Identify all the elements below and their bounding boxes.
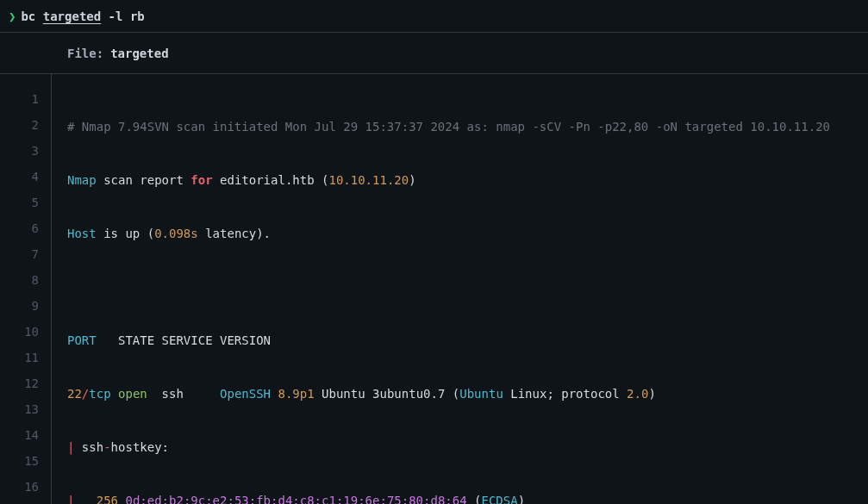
file-header: File: targeted (0, 33, 868, 74)
code-line (67, 274, 868, 300)
line-number: 6 (0, 215, 51, 241)
code-line: 22/tcp open ssh OpenSSH 8.9p1 Ubuntu 3ub… (67, 381, 868, 407)
code-line: | 256 0d:ed:b2:9c:e2:53:fb:d4:c8:c1:19:6… (67, 488, 868, 504)
command-bar[interactable]: ❯ bc targeted -l rb (0, 0, 868, 33)
line-number: 13 (0, 396, 51, 422)
line-number: 16 (0, 474, 51, 500)
line-number: 4 (0, 164, 51, 190)
line-number: 5 (0, 190, 51, 215)
file-name: targeted (110, 47, 168, 60)
code-area: 1 2 3 4 5 6 7 8 9 10 11 12 13 14 15 16 #… (0, 74, 868, 504)
line-number: 1 (0, 86, 51, 112)
line-number: 12 (0, 370, 51, 396)
line-number: 2 (0, 112, 51, 138)
cmd-flag: -l (109, 9, 123, 23)
line-number: 15 (0, 448, 51, 474)
code-line: # Nmap 7.94SVN scan initiated Mon Jul 29… (67, 114, 868, 140)
line-number: 7 (0, 241, 51, 267)
line-number: 10 (0, 319, 51, 345)
line-number: 8 (0, 267, 51, 293)
file-label: File: (67, 47, 103, 60)
cmd-arg1: targeted (43, 9, 101, 23)
prompt-icon: ❯ (9, 9, 16, 23)
line-number: 3 (0, 138, 51, 164)
cmd-arg2: rb (130, 9, 145, 23)
cmd-name: bc (21, 9, 35, 23)
line-number: 11 (0, 345, 51, 370)
line-number: 14 (0, 422, 51, 448)
code-line: | ssh-hostkey: (67, 434, 868, 460)
code-line: Host is up (0.098s latency). (67, 221, 868, 246)
line-number: 9 (0, 293, 51, 319)
code-line: Nmap scan report for editorial.htb (10.1… (67, 167, 868, 193)
gutter: 1 2 3 4 5 6 7 8 9 10 11 12 13 14 15 16 (0, 74, 52, 504)
code-lines[interactable]: # Nmap 7.94SVN scan initiated Mon Jul 29… (52, 74, 868, 504)
code-line: PORT STATE SERVICE VERSION (67, 327, 868, 353)
